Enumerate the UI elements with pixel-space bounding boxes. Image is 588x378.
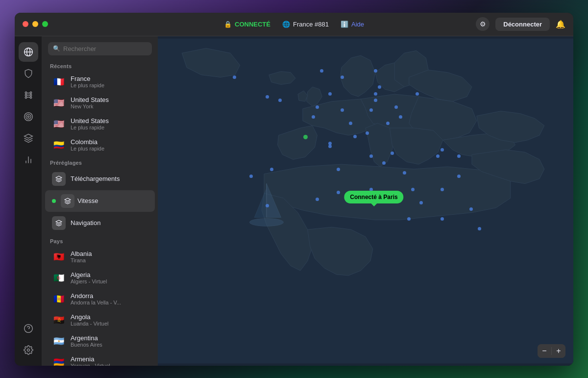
nav-icon-settings[interactable] [19,340,38,360]
preset-name-vitesse: Vitesse [77,197,98,204]
active-indicator [52,199,56,203]
server-dot-reykjavik [233,76,236,79]
item-sub-albania: Tirana [71,257,92,263]
search-bar[interactable]: 🔍 [48,42,152,55]
flag-armenia: 🇦🇲 [52,355,66,366]
server-dot-tehran [457,175,461,178]
recent-item-us-fast[interactable]: 🇺🇸 United States Le plus rapide [45,114,155,134]
server-dot-minsk [394,105,398,109]
item-name-algeria: Algeria [71,271,107,278]
item-sub-angola: Luanda - Virtuel [71,321,108,327]
server-dot-nicosia [411,188,415,191]
flag-france: 🇫🇷 [52,75,66,89]
flag-us-fast: 🇺🇸 [52,117,66,131]
map-area[interactable]: Connecté à Paris − + [158,36,573,366]
svg-point-23 [24,324,32,332]
preset-navigation[interactable]: Navigation [45,212,155,234]
server-dot-bucharest [391,151,394,155]
flag-andorra: 🇦🇩 [52,292,66,306]
panel-scroll[interactable]: Récents 🇫🇷 France Le plus rapide 🇺🇸 Unit… [42,59,158,366]
traffic-lights [23,21,48,27]
zoom-in-button[interactable]: + [552,344,565,358]
notification-button[interactable]: 🔔 [556,20,565,29]
item-text-argentina: Argentina Buenos Aires [71,334,102,348]
title-bar: 🔒 CONNECTÉ 🌐 France #881 ℹ️ Aide ⚙ Décon… [15,13,573,36]
item-sub-colombia: Le plus rapide [71,146,104,151]
server-dot-oslo [320,69,323,73]
close-button[interactable] [23,21,28,27]
item-sub-algeria: Algiers - Virtuel [71,278,107,284]
minimize-button[interactable] [32,21,38,27]
zoom-controls: − + [538,344,565,358]
svg-marker-19 [24,134,32,138]
country-algeria[interactable]: 🇩🇿 Algeria Algiers - Virtuel [45,268,155,288]
connection-status: 🔒 CONNECTÉ [224,21,270,28]
server-dot-cairo [407,217,411,221]
item-sub-us-ny: New York [71,103,109,109]
lock-icon: 🔒 [224,21,232,28]
server-dot-sofia [382,161,386,165]
search-input[interactable] [63,45,147,52]
icon-sidebar-top [19,42,38,319]
server-dot-dubai [469,207,473,211]
server-dot-copenhagen [328,92,332,96]
server-dot-algiers [316,198,319,201]
nav-icon-mesh[interactable] [19,85,38,105]
preset-icon-download [52,172,66,186]
preset-telechargements[interactable]: Téléchargements [45,168,155,190]
server-dot-moscow [416,92,419,96]
item-name-andorra: Andorra [71,292,121,300]
recent-item-france[interactable]: 🇫🇷 France Le plus rapide [45,72,155,92]
server-dot-milan [328,145,332,148]
svg-point-4 [30,92,31,93]
recent-item-us-ny[interactable]: 🇺🇸 United States New York [45,93,155,113]
nav-icon-globe[interactable] [19,42,38,62]
country-albania[interactable]: 🇦🇱 Albania Tirana [45,247,155,267]
server-dot-tel-aviv [419,201,423,204]
title-bar-right: ⚙ Déconnecter 🔔 [476,17,565,31]
country-andorra[interactable]: 🇦🇩 Andorra Andorra la Vella - V... [45,289,155,309]
nav-icon-shield[interactable] [19,64,38,83]
server-name: France #881 [293,21,329,28]
svg-point-34 [249,218,283,226]
preset-vitesse[interactable]: Vitesse [45,190,155,212]
zoom-out-button[interactable]: − [538,344,551,358]
server-info: 🌐 France #881 [282,21,329,28]
item-text-algeria: Algeria Algiers - Virtuel [71,271,107,284]
connection-dot [372,200,376,203]
server-dot-baghdad [441,188,444,191]
country-argentina[interactable]: 🇦🇷 Argentina Buenos Aires [45,331,155,352]
item-name-armenia: Armenia [71,355,110,363]
flag-us-ny: 🇺🇸 [52,96,66,110]
item-text-albania: Albania Tirana [71,250,92,263]
server-dot-brussels [312,115,315,119]
item-text-us-ny: United States New York [71,96,109,109]
item-text-angola: Angola Luanda - Virtuel [71,313,108,327]
item-name-us-ny: United States [71,96,109,103]
svg-marker-27 [65,198,71,201]
settings-icon-button[interactable]: ⚙ [476,17,490,31]
server-dot-paris [303,135,308,139]
globe-icon: 🌐 [282,21,290,28]
nav-icon-chart[interactable] [19,150,38,170]
preset-icon-navigation [52,216,66,230]
country-armenia[interactable]: 🇦🇲 Armenia Yerevan - Virtuel [45,352,155,366]
server-dot-tbilisi [441,148,444,151]
item-text-colombia: Colombia Le plus rapide [71,138,104,151]
country-angola[interactable]: 🇦🇴 Angola Luanda - Virtuel [45,310,155,330]
svg-point-17 [26,114,31,119]
maximize-button[interactable] [42,21,48,27]
recent-item-colombia[interactable]: 🇨🇴 Colombia Le plus rapide [45,135,155,155]
item-name-us-fast: United States [71,117,109,125]
item-name-colombia: Colombia [71,138,104,146]
disconnect-button[interactable]: Déconnecter [495,18,550,31]
help-button[interactable]: ℹ️ Aide [341,21,364,28]
svg-marker-28 [56,220,62,223]
svg-point-6 [25,92,26,93]
nav-icon-help[interactable] [19,319,38,338]
icon-sidebar-bottom [19,319,38,360]
title-bar-center: 🔒 CONNECTÉ 🌐 France #881 ℹ️ Aide [224,21,364,28]
nav-icon-target[interactable] [19,107,38,126]
nav-icon-layers[interactable] [19,128,38,148]
server-dot-kyiv [399,115,402,119]
